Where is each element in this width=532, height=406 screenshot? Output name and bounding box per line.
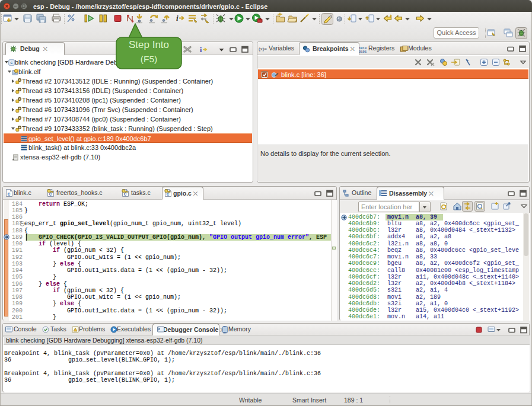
svg-text:c: c [10,60,13,65]
svg-text:i: i [200,46,202,54]
svg-text:i: i [176,14,179,23]
svg-text:0101: 0101 [359,50,367,53]
